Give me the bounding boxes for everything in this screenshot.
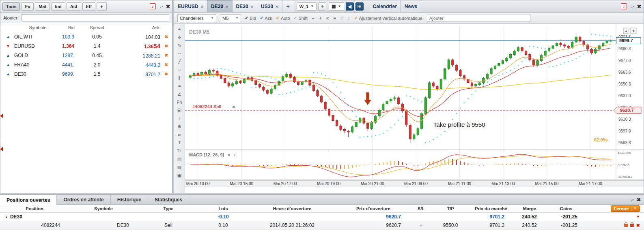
ask-checkbox[interactable]: ✔Ask bbox=[260, 15, 272, 21]
info-icon[interactable]: i bbox=[150, 3, 156, 9]
market-row-GOLD[interactable]: ▲GOLD1287.760.451288.21✖ bbox=[0, 51, 172, 60]
remove-symbol-icon[interactable]: ✖ bbox=[161, 53, 172, 58]
chart-back-button[interactable]: ◀ bbox=[346, 2, 354, 11]
vertical-scale-alt-icon[interactable]: ↕ bbox=[347, 15, 350, 21]
chart-tab-de30[interactable]: DE30× bbox=[207, 0, 232, 12]
text-tool-icon[interactable]: T bbox=[175, 139, 184, 147]
channel-tool-icon[interactable]: ∥ bbox=[175, 74, 184, 82]
elliott-tool-icon[interactable]: El bbox=[175, 106, 184, 114]
position-tp[interactable]: 9550.0 bbox=[432, 222, 469, 228]
chart-tab-de30[interactable]: DE30× bbox=[233, 0, 257, 12]
group-menu-icon[interactable]: ▼ bbox=[636, 215, 640, 219]
remove-symbol-icon[interactable]: ✖ bbox=[161, 62, 172, 67]
angle-tool-icon[interactable]: ∠ bbox=[175, 90, 184, 98]
close-position-icon[interactable] bbox=[624, 224, 628, 227]
info-icon[interactable]: i bbox=[621, 3, 627, 9]
market-tab-tous[interactable]: Tous bbox=[2, 2, 20, 11]
trendline-tool-icon[interactable]: ╱ bbox=[175, 58, 184, 66]
expand-icon[interactable]: ↔ bbox=[157, 2, 165, 11]
histogram-tool-icon[interactable]: ▥ bbox=[175, 163, 184, 171]
arrow-tool-icon[interactable]: ↑ bbox=[175, 114, 184, 122]
camera-tool-icon[interactable]: ▣ bbox=[175, 171, 184, 179]
positions-tab-ordres-en-attente[interactable]: Ordres en attente bbox=[57, 195, 110, 204]
indicators-tool-icon[interactable]: ▤ bbox=[175, 155, 184, 163]
position-sl[interactable]: + bbox=[410, 222, 432, 228]
tab-calendrier[interactable]: Calendrier bbox=[369, 0, 401, 12]
vertical-auto-checkbox[interactable]: ✔Ajustement vertical automatique bbox=[354, 15, 422, 21]
expand-icon[interactable]: ↔ bbox=[628, 196, 636, 204]
text-plus-tool-icon[interactable]: T+ bbox=[175, 147, 184, 155]
market-row-EURUSD[interactable]: ▼EURUSD1.36401.41.3654✖ bbox=[0, 41, 172, 51]
chart-tile-button[interactable]: ⊞ bbox=[355, 2, 364, 11]
link-tool-icon[interactable]: ∞ bbox=[175, 130, 184, 139]
close-tab-icon[interactable]: × bbox=[226, 4, 228, 9]
chart-layout-combo[interactable]: ▦ ▼ bbox=[329, 2, 344, 11]
close-tab-icon[interactable]: × bbox=[201, 4, 203, 9]
close-icon[interactable]: ✖ bbox=[637, 197, 641, 203]
market-tab-mat[interactable]: Mat bbox=[35, 2, 50, 11]
close-tab-icon[interactable]: × bbox=[251, 4, 253, 9]
market-row-FRA40[interactable]: ▲FRA404441.22.04443.2✖ bbox=[0, 60, 172, 69]
pencil-tool-icon[interactable]: ✎ bbox=[175, 41, 184, 49]
bid-checkbox[interactable]: ✔Bid bbox=[245, 15, 256, 21]
ask-value: 104.03 bbox=[113, 33, 161, 40]
price-chart-surface[interactable]: Take profite à 955002:09s#4082244 Sell✖D… bbox=[185, 24, 644, 180]
delete-position-icon[interactable]: ✖ bbox=[636, 223, 640, 228]
vertical-scale-icon[interactable]: ↕ bbox=[340, 15, 343, 21]
market-tab-fx[interactable]: Fx bbox=[21, 2, 34, 11]
brush-tool-icon[interactable]: ✏ bbox=[175, 49, 184, 58]
chart-tab-eurusd[interactable]: EURUSD× bbox=[174, 0, 207, 12]
position-group-row[interactable]: ▼DE30-0.109620.79701.2240.52-201.25▼ bbox=[0, 213, 644, 221]
add-period-button[interactable]: + bbox=[318, 2, 326, 11]
remove-symbol-icon[interactable]: ✖ bbox=[161, 44, 172, 48]
tab-news[interactable]: News bbox=[401, 0, 421, 12]
group-lots: -0.10 bbox=[199, 214, 248, 220]
market-row-OIL.WTI[interactable]: ▲OIL.WTI103.980.05104.03✖ bbox=[0, 32, 172, 41]
scroll-left-icon[interactable]: « bbox=[326, 15, 330, 21]
collapse-group-icon[interactable]: ▼ bbox=[5, 216, 8, 219]
fibonacci-tool-icon[interactable]: Fn bbox=[175, 98, 184, 106]
reverse-position-icon[interactable] bbox=[630, 224, 634, 227]
zoom-in-icon[interactable]: + bbox=[319, 15, 322, 21]
add-symbol-input[interactable] bbox=[22, 14, 169, 21]
shift-checkbox[interactable]: ✔Shift bbox=[294, 15, 308, 21]
scroll-right-icon[interactable]: » bbox=[333, 15, 337, 21]
close-icon[interactable]: ✖ bbox=[166, 4, 170, 9]
zoom-out-icon[interactable]: − bbox=[311, 15, 315, 21]
chart-tab-us30[interactable]: US30× bbox=[257, 0, 282, 12]
remove-symbol-icon[interactable]: ✖ bbox=[161, 34, 172, 39]
positions-tabs-container: Positions ouvertesOrdres en attenteHisto… bbox=[0, 195, 189, 204]
market-tab-etf[interactable]: Etf bbox=[82, 2, 96, 11]
new-chart-tab-button[interactable]: + bbox=[282, 0, 294, 12]
crosshair-tool-icon[interactable]: ✛ bbox=[175, 33, 184, 41]
auto-checkbox[interactable]: ✔Auto bbox=[276, 15, 290, 21]
close-all-button[interactable]: Fermer▼ bbox=[611, 205, 640, 212]
remove-symbol-icon[interactable]: ✖ bbox=[161, 72, 172, 76]
svg-text:0.27695: 0.27695 bbox=[618, 163, 629, 167]
chart-type-select[interactable]: Chandeliers ▼ bbox=[177, 14, 216, 22]
pin-tool-icon[interactable]: ⊕ bbox=[175, 122, 184, 130]
close-tab-icon[interactable]: × bbox=[276, 4, 278, 9]
svg-text:✖: ✖ bbox=[232, 105, 235, 109]
market-tab-ind[interactable]: Ind bbox=[51, 2, 65, 11]
wave-tool-icon[interactable]: ≈ bbox=[175, 82, 184, 90]
positions-tab-historique[interactable]: Historique bbox=[111, 195, 148, 204]
timeframe-select[interactable]: M5 ▼ bbox=[220, 14, 241, 22]
market-tab-plus[interactable]: + bbox=[97, 2, 106, 11]
positions-col-header: Position bbox=[0, 206, 69, 211]
market-tab-act[interactable]: Act bbox=[67, 2, 81, 11]
add-tool-icon[interactable]: + bbox=[175, 25, 184, 33]
positions-col-header: Symbole bbox=[69, 206, 138, 211]
position-row-4082244[interactable]: 4082244DE30Sell0.102014.05.20 21:26:0296… bbox=[0, 221, 644, 230]
panel-resize-marker[interactable] bbox=[0, 114, 3, 118]
positions-tab-positions-ouvertes[interactable]: Positions ouvertes bbox=[0, 195, 57, 205]
close-icon[interactable]: ✖ bbox=[637, 4, 641, 9]
time-tick-label: Mai 20 19:00 bbox=[317, 182, 340, 186]
add-indicator-input[interactable] bbox=[427, 15, 530, 22]
expand-icon[interactable]: ↔ bbox=[628, 2, 636, 11]
positions-tab-statistiques[interactable]: Statistiques bbox=[148, 195, 189, 204]
market-row-DE30[interactable]: ▲DE309699.71.59701.2✖ bbox=[0, 69, 172, 79]
period-combo[interactable]: W_1 ▼ bbox=[297, 2, 317, 11]
ellipse-tool-icon[interactable]: ○ bbox=[175, 66, 184, 74]
panel-resize-marker[interactable] bbox=[0, 147, 3, 151]
